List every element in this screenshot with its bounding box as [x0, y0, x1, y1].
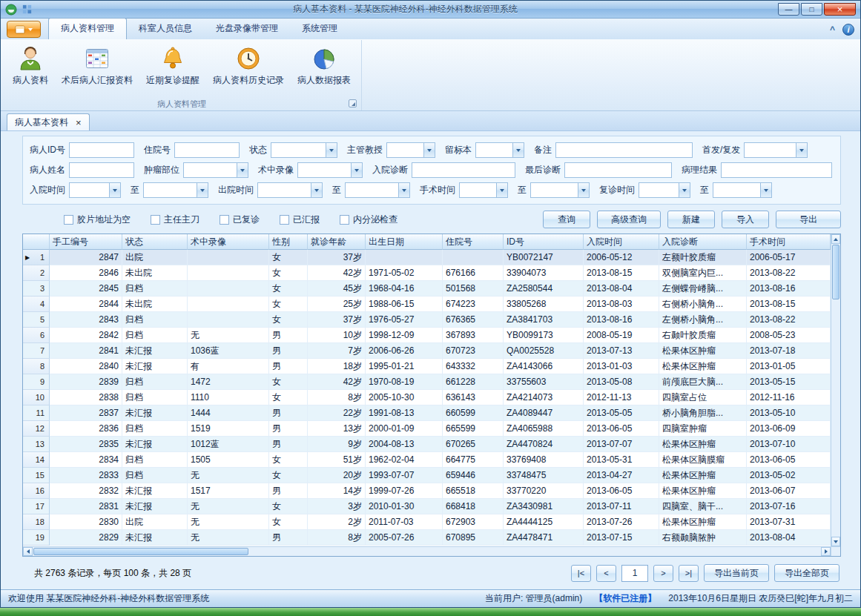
dropdown-arrow-icon[interactable] — [760, 183, 771, 197]
cell-手术时间[interactable]: 2013-05-02 — [747, 468, 831, 483]
filter-combo-复诊时间[interactable] — [639, 182, 690, 198]
cell-就诊年龄[interactable]: 37岁 — [308, 250, 366, 265]
grid-header-术中录像[interactable]: 术中录像 — [188, 234, 269, 250]
cell-手工编号[interactable]: 2836 — [50, 421, 122, 437]
cell-状态[interactable]: 归档 — [122, 390, 188, 405]
dropdown-arrow-icon[interactable] — [796, 143, 807, 157]
grid-header-就诊年龄[interactable]: 就诊年龄 — [308, 234, 366, 250]
cell-住院号[interactable]: 670895 — [443, 530, 504, 546]
filter-combo-入院时间[interactable] — [69, 182, 121, 198]
scroll-left-icon[interactable] — [23, 547, 33, 556]
cell-手术时间[interactable]: 2013-08-16 — [747, 281, 831, 297]
grid-row[interactable]: 142834归档1505女51岁1962-02-0466477533769408… — [23, 452, 831, 468]
cell-出生日期[interactable]: 1976-05-27 — [366, 312, 443, 328]
dropdown-arrow-icon[interactable] — [512, 143, 524, 157]
cell-住院号[interactable]: 367893 — [443, 328, 504, 343]
grid-row[interactable]: 52843归档女37岁1976-05-27676365ZA38417032013… — [23, 312, 831, 328]
cell-出生日期[interactable]: 1995-01-21 — [366, 359, 443, 374]
filter-combo-至[interactable] — [530, 182, 590, 198]
cell-住院号[interactable] — [443, 250, 504, 265]
button-新建[interactable]: 新建 — [667, 211, 715, 228]
cell-出生日期[interactable]: 2006-06-26 — [366, 343, 443, 359]
grid-row[interactable]: 132835未汇报1012蓝男9岁2004-08-13670265ZA44708… — [23, 437, 831, 452]
prev-page-button[interactable]: < — [596, 565, 616, 582]
dropdown-arrow-icon[interactable] — [578, 183, 589, 197]
dropdown-arrow-icon[interactable] — [197, 183, 208, 197]
cell-状态[interactable]: 未汇报 — [122, 343, 188, 359]
cell-手工编号[interactable]: 2847 — [50, 250, 122, 265]
filter-combo-留标本[interactable] — [475, 142, 524, 158]
checkbox-内分泌检查[interactable]: 内分泌检查 — [340, 213, 397, 226]
cell-出生日期[interactable]: 1993-07-07 — [366, 468, 443, 483]
checkbox-icon[interactable] — [220, 215, 229, 225]
cell-入院诊断[interactable]: 松果体区肿瘤 — [659, 359, 747, 374]
cell-出生日期[interactable]: 2005-07-26 — [366, 530, 443, 546]
cell-状态[interactable]: 归档 — [122, 328, 188, 343]
cell-状态[interactable]: 归档 — [122, 468, 188, 483]
cell-术中录像[interactable]: 1444 — [188, 405, 269, 421]
cell-手工编号[interactable]: 2835 — [50, 437, 122, 452]
filter-combo-肿瘤部位[interactable] — [183, 162, 248, 178]
cell-术中录像[interactable] — [188, 281, 269, 297]
cell-入院时间[interactable]: 2013-07-11 — [584, 499, 659, 514]
cell-就诊年龄[interactable]: 42岁 — [308, 265, 366, 281]
cell-术中录像[interactable]: 有 — [188, 359, 269, 374]
cell-状态[interactable]: 归档 — [122, 421, 188, 437]
vertical-scrollbar[interactable] — [831, 234, 840, 546]
grid-row[interactable]: 72841未汇报1036蓝男7岁2006-06-26670723QA002552… — [23, 343, 831, 359]
cell-性别[interactable]: 男 — [269, 530, 308, 546]
cell-状态[interactable]: 归档 — [122, 281, 188, 297]
cell-入院诊断[interactable]: 前颅底巨大脑... — [659, 374, 747, 390]
cell-入院时间[interactable]: 2013-06-05 — [584, 483, 659, 499]
grid-row[interactable]: 82840未汇报有男18岁1995-01-21643332ZA414306620… — [23, 359, 831, 374]
cell-性别[interactable]: 男 — [269, 437, 308, 452]
cell-ID号[interactable]: ZA4065988 — [504, 421, 584, 437]
cell-性别[interactable]: 男 — [269, 328, 308, 343]
cell-状态[interactable]: 未出院 — [122, 297, 188, 312]
cell-状态[interactable]: 归档 — [122, 452, 188, 468]
page-number-input[interactable] — [621, 565, 648, 582]
cell-入院时间[interactable]: 2013-04-27 — [584, 468, 659, 483]
first-page-button[interactable]: |< — [571, 565, 591, 582]
cell-出生日期[interactable]: 2000-01-09 — [366, 421, 443, 437]
cell-性别[interactable]: 女 — [269, 390, 308, 405]
export-current-page-button[interactable]: 导出当前页 — [704, 564, 769, 582]
cell-入院诊断[interactable]: 松果体区脑膜瘤 — [659, 452, 747, 468]
cell-性别[interactable]: 女 — [269, 499, 308, 514]
cell-手工编号[interactable]: 2841 — [50, 343, 122, 359]
grid-header-性别[interactable]: 性别 — [269, 234, 308, 250]
cell-状态[interactable]: 未汇报 — [122, 483, 188, 499]
cell-出生日期[interactable]: 2005-10-30 — [366, 390, 443, 405]
cell-出生日期[interactable]: 2010-01-30 — [366, 499, 443, 514]
filter-combo-出院时间[interactable] — [257, 182, 323, 198]
cell-入院诊断[interactable]: 右颞叶胶质瘤 — [659, 328, 747, 343]
cell-就诊年龄[interactable]: 42岁 — [308, 374, 366, 390]
cell-术中录像[interactable]: 1110 — [188, 390, 269, 405]
cell-手工编号[interactable]: 2837 — [50, 405, 122, 421]
horizontal-scroll-track[interactable] — [249, 547, 821, 556]
cell-住院号[interactable]: 643332 — [443, 359, 504, 374]
cell-入院诊断[interactable]: 左侧桥小脑角... — [659, 312, 747, 328]
cell-ID号[interactable]: ZA4089447 — [504, 405, 584, 421]
cell-术中录像[interactable]: 1036蓝 — [188, 343, 269, 359]
cell-入院时间[interactable]: 2013-08-03 — [584, 297, 659, 312]
cell-ID号[interactable]: ZA4444125 — [504, 514, 584, 530]
cell-入院诊断[interactable]: 松果体区肿瘤 — [659, 343, 747, 359]
cell-出生日期[interactable]: 1970-08-19 — [366, 374, 443, 390]
cell-住院号[interactable]: 665599 — [443, 421, 504, 437]
cell-性别[interactable]: 女 — [269, 374, 308, 390]
filter-combo-至[interactable] — [345, 182, 410, 198]
cell-入院诊断[interactable]: 松果体区肿瘤 — [659, 514, 747, 530]
cell-住院号[interactable]: 501568 — [443, 281, 504, 297]
cell-入院时间[interactable]: 2013-08-04 — [584, 281, 659, 297]
cell-手工编号[interactable]: 2833 — [50, 468, 122, 483]
cell-入院诊断[interactable]: 四脑室、脑干... — [659, 499, 747, 514]
ribbon-tab-1[interactable]: 病人资料管理 — [48, 18, 127, 40]
cell-手工编号[interactable]: 2830 — [50, 514, 122, 530]
cell-手工编号[interactable]: 2839 — [50, 374, 122, 390]
grid-header-ID号[interactable]: ID号 — [504, 234, 584, 250]
grid-row[interactable]: 112837未汇报1444男22岁1991-08-13660599ZA40894… — [23, 405, 831, 421]
cell-手工编号[interactable]: 2829 — [50, 530, 122, 546]
cell-性别[interactable]: 女 — [269, 312, 308, 328]
cell-入院时间[interactable]: 2013-08-16 — [584, 312, 659, 328]
